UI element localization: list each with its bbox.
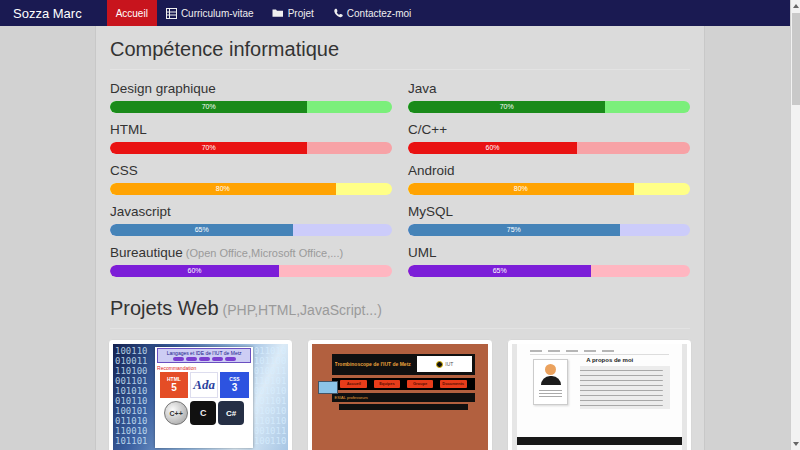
- c-logo: C: [190, 401, 216, 425]
- progress-fill: 60%: [110, 265, 279, 277]
- progress-track: 70%: [408, 101, 690, 113]
- ada-logo: Ada: [190, 372, 218, 398]
- progress-track: 75%: [408, 224, 690, 236]
- binary-pattern: 011010 101100 010011 110101 001010 10110…: [254, 346, 287, 446]
- project-card-html[interactable]: 100110 010011 110100 001101 101010 01011…: [108, 339, 293, 450]
- scroll-down-arrow[interactable]: [791, 438, 800, 450]
- skill-note: (Open Office,Microsoft Office,...): [186, 247, 343, 259]
- skill-name: HTML: [110, 122, 147, 137]
- projects-grid: 100110 010011 110100 001101 101010 01011…: [96, 339, 704, 450]
- project-thumbnail-intranet: A propos de moi: [512, 344, 687, 450]
- main-content: Compétence informatique Design graphique…: [96, 26, 704, 450]
- nav-item-accueil[interactable]: Accueil: [107, 0, 157, 26]
- nav-item-projet[interactable]: Projet: [263, 0, 323, 26]
- skill-android: Android 80%: [408, 162, 690, 195]
- progress-fill: 60%: [408, 142, 577, 154]
- phone-icon: [332, 8, 343, 19]
- skills-section-title: Compétence informatique: [96, 26, 704, 67]
- thumbnail-side-widget: [318, 381, 338, 394]
- skill-javascript: Javascript 65%: [110, 203, 392, 236]
- skill-name: CSS: [110, 163, 138, 178]
- progress-track: 65%: [110, 224, 392, 236]
- project-thumbnail-php: Trombinoscope de l'IUT de Metz IUT Accue…: [312, 344, 487, 450]
- thumbnail-label: Recommandation: [157, 365, 251, 371]
- progress-fill: 70%: [408, 101, 605, 113]
- html5-logo: HTML5: [160, 372, 188, 398]
- thumbnail-nav-button: Documents: [440, 380, 467, 388]
- navbar: Sozza Marc Accueil Curriculum-vitae Proj…: [0, 0, 790, 26]
- divider: [110, 69, 690, 70]
- css3-logo: CSS3: [220, 372, 248, 398]
- project-thumbnail-html: 100110 010011 110100 001101 101010 01011…: [113, 344, 288, 450]
- skill-name: Android: [408, 163, 455, 178]
- binary-pattern: 100110 010011 110100 001101 101010 01011…: [115, 346, 148, 446]
- csharp-logo: C#: [218, 401, 244, 425]
- progress-track: 65%: [408, 265, 690, 277]
- progress-track: 80%: [110, 183, 392, 195]
- project-card-php[interactable]: Trombinoscope de l'IUT de Metz IUT Accue…: [307, 339, 492, 450]
- thumbnail-footer: [517, 437, 682, 444]
- progress-fill: 65%: [408, 265, 591, 277]
- skill-name: UML: [408, 245, 437, 260]
- skill-html: HTML 70%: [110, 121, 392, 154]
- progress-track: 60%: [408, 142, 690, 154]
- skill-name: C/C++: [408, 122, 447, 137]
- project-card-intranet[interactable]: A propos de moi Projet Intranet: [507, 339, 692, 450]
- progress-track: 70%: [110, 101, 392, 113]
- thumbnail-sub-bar: [339, 404, 469, 409]
- scrollbar-thumb[interactable]: [792, 13, 800, 105]
- avatar: [545, 364, 556, 375]
- progress-fill: 65%: [110, 224, 293, 236]
- thumbnail-nav-buttons: Accueil Equipes Groupe Documents: [332, 378, 476, 390]
- progress-fill: 80%: [110, 183, 336, 195]
- thumbnail-info-bar: ESIAL professeurs: [332, 393, 476, 403]
- folder-icon: [272, 8, 284, 18]
- nav-item-label: Accueil: [116, 8, 148, 19]
- cpp-logo: C++: [164, 401, 188, 425]
- thumbnail-nav-button: Equipes: [374, 380, 401, 388]
- progress-fill: 75%: [408, 224, 620, 236]
- thumbnail-nav-button: Accueil: [340, 380, 367, 388]
- thumbnail-page: Langages et IDE de l'IUT de Metz Recomma…: [155, 347, 253, 448]
- thumbnail-text-block: [580, 366, 671, 408]
- skill-mysql: MySQL 75%: [408, 203, 690, 236]
- projects-title-text: Projets Web: [110, 297, 219, 319]
- progress-fill: 80%: [408, 183, 634, 195]
- skill-c-cpp: C/C++ 60%: [408, 121, 690, 154]
- projects-subtitle: (PHP,HTML,JavaScript...): [223, 302, 382, 318]
- thumbnail-page-heading: A propos de moi: [586, 357, 633, 363]
- skill-name: MySQL: [408, 204, 453, 219]
- progress-track: 70%: [110, 142, 392, 154]
- skill-name: Java: [408, 81, 437, 96]
- profile-card: [533, 359, 568, 406]
- skill-name: Javascript: [110, 204, 171, 219]
- nav-item-label: Projet: [288, 8, 314, 19]
- brand[interactable]: Sozza Marc: [0, 0, 95, 26]
- skills-grid: Design graphique 70% Java 70% HTML 70% C…: [96, 80, 704, 277]
- nav-item-curriculum-vitae[interactable]: Curriculum-vitae: [157, 0, 263, 26]
- skill-name: Design graphique: [110, 81, 216, 96]
- nav-item-label: Contactez-moi: [347, 8, 411, 19]
- skill-design-graphique: Design graphique 70%: [110, 80, 392, 113]
- skill-java: Java 70%: [408, 80, 690, 113]
- university-logo: IUT: [417, 356, 472, 371]
- progress-track: 80%: [408, 183, 690, 195]
- skill-uml: UML 65%: [408, 244, 690, 277]
- skill-css: CSS 80%: [110, 162, 392, 195]
- nav-item-contactez-moi[interactable]: Contactez-moi: [323, 0, 420, 26]
- scrollbar[interactable]: [790, 0, 800, 450]
- divider: [110, 328, 690, 329]
- progress-fill: 70%: [110, 142, 307, 154]
- thumbnail-nav-button: Groupe: [407, 380, 434, 388]
- thumbnail-page-title: Trombinoscope de l'IUT de Metz: [335, 361, 418, 367]
- projects-section-title: Projets Web(PHP,HTML,JavaScript...): [96, 285, 704, 326]
- thumbnail-nav-buttons: [159, 357, 249, 361]
- skill-bureautique: Bureautique(Open Office,Microsoft Office…: [110, 244, 392, 277]
- progress-fill: 70%: [110, 101, 307, 113]
- thumbnail-page-title: Langages et IDE de l'IUT de Metz: [159, 350, 249, 356]
- progress-track: 60%: [110, 265, 392, 277]
- nav-item-label: Curriculum-vitae: [181, 8, 254, 19]
- skill-name: Bureautique: [110, 245, 183, 260]
- table-icon: [166, 8, 177, 19]
- scroll-up-arrow[interactable]: [791, 0, 800, 12]
